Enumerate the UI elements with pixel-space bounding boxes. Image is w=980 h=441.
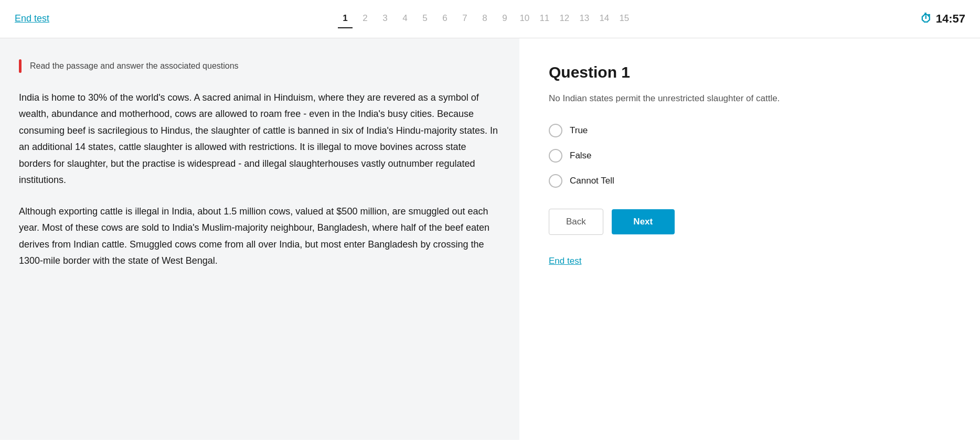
end-test-button[interactable]: End test	[15, 13, 49, 24]
nav-number-7[interactable]: 7	[457, 9, 472, 28]
nav-number-15[interactable]: 15	[617, 9, 632, 28]
nav-number-2[interactable]: 2	[358, 9, 372, 28]
radio-true[interactable]	[549, 124, 562, 137]
question-body: No Indian states permit the unrestricted…	[549, 92, 951, 105]
nav-number-5[interactable]: 5	[418, 9, 432, 28]
options-list: TrueFalseCannot Tell	[549, 124, 951, 188]
next-button[interactable]: Next	[612, 209, 675, 234]
option-true[interactable]: True	[549, 124, 951, 137]
passage-instruction: Read the passage and answer the associat…	[19, 59, 500, 73]
timer-display: 14:57	[936, 12, 965, 26]
nav-number-9[interactable]: 9	[497, 9, 512, 28]
question-navigation: 123456789101112131415	[338, 9, 632, 28]
instruction-text: Read the passage and answer the associat…	[30, 59, 239, 73]
back-button[interactable]: Back	[549, 209, 603, 235]
question-title: Question 1	[549, 63, 951, 81]
nav-number-14[interactable]: 14	[597, 9, 612, 28]
nav-number-3[interactable]: 3	[378, 9, 392, 28]
nav-number-6[interactable]: 6	[438, 9, 452, 28]
nav-number-1[interactable]: 1	[338, 9, 353, 28]
radio-cannot-tell[interactable]	[549, 174, 562, 188]
passage-paragraph-1: India is home to 30% of the world's cows…	[19, 90, 500, 189]
radio-false[interactable]	[549, 149, 562, 163]
nav-number-4[interactable]: 4	[398, 9, 412, 28]
button-row: Back Next	[549, 209, 951, 235]
nav-number-12[interactable]: 12	[557, 9, 572, 28]
nav-number-8[interactable]: 8	[477, 9, 492, 28]
nav-number-10[interactable]: 10	[517, 9, 532, 28]
option-label-true: True	[570, 125, 588, 136]
header: End test 123456789101112131415 ⏱ 14:57	[0, 0, 980, 38]
option-false[interactable]: False	[549, 149, 951, 163]
timer-area: ⏱ 14:57	[920, 12, 965, 26]
passage-area: Read the passage and answer the associat…	[0, 38, 519, 440]
end-test-bottom-button[interactable]: End test	[549, 256, 951, 266]
nav-number-13[interactable]: 13	[577, 9, 592, 28]
option-cannot-tell[interactable]: Cannot Tell	[549, 174, 951, 188]
main-content: Read the passage and answer the associat…	[0, 38, 980, 440]
option-label-false: False	[570, 150, 592, 161]
nav-number-11[interactable]: 11	[537, 9, 552, 28]
option-label-cannot-tell: Cannot Tell	[570, 176, 614, 186]
passage-text: India is home to 30% of the world's cows…	[19, 90, 500, 270]
red-accent-bar	[19, 59, 22, 73]
timer-icon: ⏱	[920, 12, 932, 26]
passage-paragraph-2: Although exporting cattle is illegal in …	[19, 203, 500, 270]
question-panel: Question 1 No Indian states permit the u…	[519, 38, 980, 440]
